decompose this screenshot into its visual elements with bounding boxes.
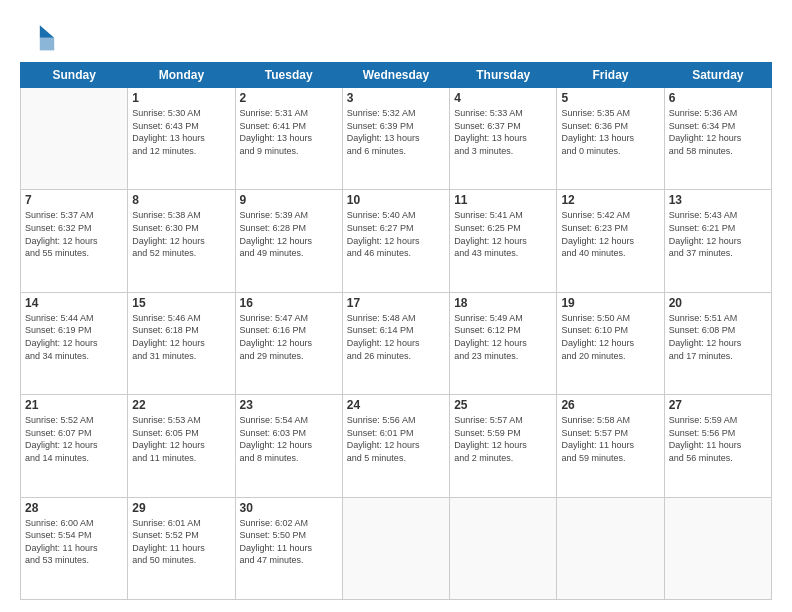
calendar-cell: 14Sunrise: 5:44 AM Sunset: 6:19 PM Dayli…	[21, 292, 128, 394]
day-info: Sunrise: 5:37 AM Sunset: 6:32 PM Dayligh…	[25, 209, 123, 259]
calendar-cell: 5Sunrise: 5:35 AM Sunset: 6:36 PM Daylig…	[557, 88, 664, 190]
day-number: 21	[25, 398, 123, 412]
calendar-cell	[557, 497, 664, 599]
day-info: Sunrise: 5:32 AM Sunset: 6:39 PM Dayligh…	[347, 107, 445, 157]
day-info: Sunrise: 5:30 AM Sunset: 6:43 PM Dayligh…	[132, 107, 230, 157]
day-number: 11	[454, 193, 552, 207]
day-number: 12	[561, 193, 659, 207]
day-number: 14	[25, 296, 123, 310]
day-number: 22	[132, 398, 230, 412]
day-number: 29	[132, 501, 230, 515]
weekday-header-saturday: Saturday	[664, 63, 771, 88]
weekday-header-monday: Monday	[128, 63, 235, 88]
calendar-cell: 23Sunrise: 5:54 AM Sunset: 6:03 PM Dayli…	[235, 395, 342, 497]
day-number: 26	[561, 398, 659, 412]
calendar-cell: 29Sunrise: 6:01 AM Sunset: 5:52 PM Dayli…	[128, 497, 235, 599]
day-info: Sunrise: 5:57 AM Sunset: 5:59 PM Dayligh…	[454, 414, 552, 464]
day-number: 3	[347, 91, 445, 105]
calendar-cell: 28Sunrise: 6:00 AM Sunset: 5:54 PM Dayli…	[21, 497, 128, 599]
calendar-cell: 4Sunrise: 5:33 AM Sunset: 6:37 PM Daylig…	[450, 88, 557, 190]
calendar-week-2: 7Sunrise: 5:37 AM Sunset: 6:32 PM Daylig…	[21, 190, 772, 292]
weekday-header-row: SundayMondayTuesdayWednesdayThursdayFrid…	[21, 63, 772, 88]
weekday-header-friday: Friday	[557, 63, 664, 88]
day-number: 17	[347, 296, 445, 310]
day-number: 27	[669, 398, 767, 412]
day-info: Sunrise: 5:51 AM Sunset: 6:08 PM Dayligh…	[669, 312, 767, 362]
weekday-header-thursday: Thursday	[450, 63, 557, 88]
calendar-cell	[664, 497, 771, 599]
day-number: 20	[669, 296, 767, 310]
day-number: 19	[561, 296, 659, 310]
calendar-cell: 27Sunrise: 5:59 AM Sunset: 5:56 PM Dayli…	[664, 395, 771, 497]
day-info: Sunrise: 5:41 AM Sunset: 6:25 PM Dayligh…	[454, 209, 552, 259]
calendar-cell: 26Sunrise: 5:58 AM Sunset: 5:57 PM Dayli…	[557, 395, 664, 497]
calendar-cell: 9Sunrise: 5:39 AM Sunset: 6:28 PM Daylig…	[235, 190, 342, 292]
calendar-table: SundayMondayTuesdayWednesdayThursdayFrid…	[20, 62, 772, 600]
day-number: 30	[240, 501, 338, 515]
day-number: 24	[347, 398, 445, 412]
header	[20, 18, 772, 54]
day-number: 25	[454, 398, 552, 412]
svg-marker-1	[40, 38, 54, 51]
calendar-cell: 7Sunrise: 5:37 AM Sunset: 6:32 PM Daylig…	[21, 190, 128, 292]
weekday-header-tuesday: Tuesday	[235, 63, 342, 88]
day-number: 28	[25, 501, 123, 515]
day-info: Sunrise: 5:35 AM Sunset: 6:36 PM Dayligh…	[561, 107, 659, 157]
day-info: Sunrise: 5:31 AM Sunset: 6:41 PM Dayligh…	[240, 107, 338, 157]
calendar-cell: 12Sunrise: 5:42 AM Sunset: 6:23 PM Dayli…	[557, 190, 664, 292]
day-info: Sunrise: 5:36 AM Sunset: 6:34 PM Dayligh…	[669, 107, 767, 157]
day-info: Sunrise: 5:53 AM Sunset: 6:05 PM Dayligh…	[132, 414, 230, 464]
weekday-header-wednesday: Wednesday	[342, 63, 449, 88]
calendar-week-3: 14Sunrise: 5:44 AM Sunset: 6:19 PM Dayli…	[21, 292, 772, 394]
calendar-cell: 30Sunrise: 6:02 AM Sunset: 5:50 PM Dayli…	[235, 497, 342, 599]
page: SundayMondayTuesdayWednesdayThursdayFrid…	[0, 0, 792, 612]
calendar-cell: 17Sunrise: 5:48 AM Sunset: 6:14 PM Dayli…	[342, 292, 449, 394]
day-info: Sunrise: 5:59 AM Sunset: 5:56 PM Dayligh…	[669, 414, 767, 464]
calendar-cell: 18Sunrise: 5:49 AM Sunset: 6:12 PM Dayli…	[450, 292, 557, 394]
day-info: Sunrise: 5:54 AM Sunset: 6:03 PM Dayligh…	[240, 414, 338, 464]
day-number: 8	[132, 193, 230, 207]
calendar-week-5: 28Sunrise: 6:00 AM Sunset: 5:54 PM Dayli…	[21, 497, 772, 599]
day-number: 13	[669, 193, 767, 207]
logo-icon	[20, 18, 56, 54]
day-info: Sunrise: 5:50 AM Sunset: 6:10 PM Dayligh…	[561, 312, 659, 362]
day-info: Sunrise: 5:44 AM Sunset: 6:19 PM Dayligh…	[25, 312, 123, 362]
day-number: 2	[240, 91, 338, 105]
calendar-cell: 2Sunrise: 5:31 AM Sunset: 6:41 PM Daylig…	[235, 88, 342, 190]
day-info: Sunrise: 5:42 AM Sunset: 6:23 PM Dayligh…	[561, 209, 659, 259]
calendar-cell: 24Sunrise: 5:56 AM Sunset: 6:01 PM Dayli…	[342, 395, 449, 497]
day-info: Sunrise: 5:52 AM Sunset: 6:07 PM Dayligh…	[25, 414, 123, 464]
calendar-cell: 3Sunrise: 5:32 AM Sunset: 6:39 PM Daylig…	[342, 88, 449, 190]
day-info: Sunrise: 5:40 AM Sunset: 6:27 PM Dayligh…	[347, 209, 445, 259]
weekday-header-sunday: Sunday	[21, 63, 128, 88]
calendar-cell: 19Sunrise: 5:50 AM Sunset: 6:10 PM Dayli…	[557, 292, 664, 394]
day-number: 23	[240, 398, 338, 412]
calendar-cell	[450, 497, 557, 599]
day-info: Sunrise: 6:01 AM Sunset: 5:52 PM Dayligh…	[132, 517, 230, 567]
day-info: Sunrise: 6:00 AM Sunset: 5:54 PM Dayligh…	[25, 517, 123, 567]
day-info: Sunrise: 5:46 AM Sunset: 6:18 PM Dayligh…	[132, 312, 230, 362]
day-info: Sunrise: 5:49 AM Sunset: 6:12 PM Dayligh…	[454, 312, 552, 362]
day-info: Sunrise: 5:39 AM Sunset: 6:28 PM Dayligh…	[240, 209, 338, 259]
day-info: Sunrise: 5:33 AM Sunset: 6:37 PM Dayligh…	[454, 107, 552, 157]
calendar-cell: 21Sunrise: 5:52 AM Sunset: 6:07 PM Dayli…	[21, 395, 128, 497]
calendar-cell: 11Sunrise: 5:41 AM Sunset: 6:25 PM Dayli…	[450, 190, 557, 292]
day-number: 15	[132, 296, 230, 310]
logo	[20, 18, 60, 54]
calendar-cell: 1Sunrise: 5:30 AM Sunset: 6:43 PM Daylig…	[128, 88, 235, 190]
calendar-cell: 25Sunrise: 5:57 AM Sunset: 5:59 PM Dayli…	[450, 395, 557, 497]
calendar-week-4: 21Sunrise: 5:52 AM Sunset: 6:07 PM Dayli…	[21, 395, 772, 497]
day-info: Sunrise: 5:48 AM Sunset: 6:14 PM Dayligh…	[347, 312, 445, 362]
calendar-cell: 8Sunrise: 5:38 AM Sunset: 6:30 PM Daylig…	[128, 190, 235, 292]
day-number: 4	[454, 91, 552, 105]
calendar-cell: 10Sunrise: 5:40 AM Sunset: 6:27 PM Dayli…	[342, 190, 449, 292]
day-number: 18	[454, 296, 552, 310]
day-info: Sunrise: 5:38 AM Sunset: 6:30 PM Dayligh…	[132, 209, 230, 259]
day-number: 1	[132, 91, 230, 105]
day-number: 9	[240, 193, 338, 207]
day-number: 7	[25, 193, 123, 207]
calendar-cell: 15Sunrise: 5:46 AM Sunset: 6:18 PM Dayli…	[128, 292, 235, 394]
calendar-cell	[21, 88, 128, 190]
calendar-week-1: 1Sunrise: 5:30 AM Sunset: 6:43 PM Daylig…	[21, 88, 772, 190]
day-info: Sunrise: 5:43 AM Sunset: 6:21 PM Dayligh…	[669, 209, 767, 259]
